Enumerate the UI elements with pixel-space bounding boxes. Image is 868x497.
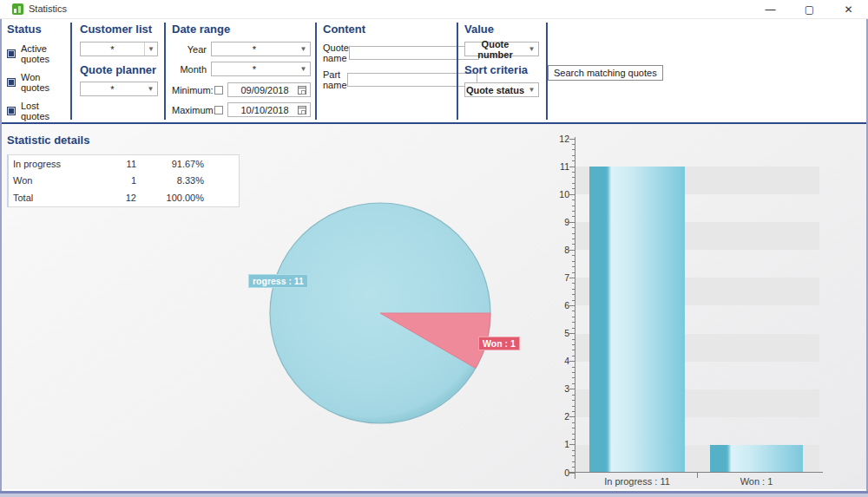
year-value: *	[212, 44, 297, 55]
y-tick-label: 9	[549, 217, 569, 227]
minimum-checkbox[interactable]	[214, 86, 223, 95]
y-axis-minor-tick	[572, 216, 575, 217]
x-label-won: Won : 1	[710, 476, 803, 487]
y-tick-label: 11	[549, 161, 569, 172]
y-axis-minor-tick	[572, 160, 575, 161]
y-axis-minor-tick	[572, 428, 575, 428]
y-axis-tick	[569, 194, 575, 195]
quote-planner-header: Quote planner	[80, 63, 158, 76]
part-name-label: Part name	[323, 69, 347, 90]
y-tick-label: 5	[549, 328, 569, 338]
chevron-down-icon[interactable]: ▼	[525, 86, 538, 94]
y-tick-label: 0	[549, 468, 569, 478]
y-tick-label: 4	[549, 356, 569, 366]
y-axis-minor-tick	[572, 244, 575, 245]
chevron-down-icon[interactable]: ▼	[525, 45, 538, 53]
chevron-down-icon[interactable]: ▼	[297, 45, 310, 53]
minimum-date-picker[interactable]: 09/09/2018	[227, 82, 311, 97]
minimize-button[interactable]: —	[751, 0, 790, 19]
month-dropdown[interactable]: * ▼	[211, 62, 311, 76]
y-axis-minor-tick	[572, 188, 575, 189]
y-axis-tick	[569, 473, 575, 474]
year-label: Year	[172, 44, 207, 55]
sort-criteria-header: Sort criteria	[464, 63, 539, 76]
chevron-down-icon[interactable]: ▼	[144, 43, 157, 56]
date-range-header: Date range	[172, 23, 311, 36]
title-bar[interactable]: Statistics — ▢ ✕	[0, 0, 868, 19]
maximum-label: Maximum:	[172, 105, 211, 115]
row-percent: 91.67%	[136, 159, 204, 169]
section-divider	[70, 23, 72, 120]
maximize-button[interactable]: ▢	[790, 0, 829, 19]
content-header: Content	[323, 23, 451, 36]
quote-planner-dropdown[interactable]: * ▼	[80, 82, 158, 96]
filter-bar: Status Active quotes Won quotes Lost quo…	[2, 19, 866, 122]
y-axis-minor-tick	[572, 328, 575, 329]
search-matching-quotes-button[interactable]: Search matching quotes	[548, 65, 663, 81]
row-label: Won	[13, 175, 100, 186]
y-axis-tick	[569, 416, 575, 417]
maximum-date-picker[interactable]: 10/10/2018	[227, 102, 311, 117]
checkbox-lost-quotes[interactable]: Lost quotes	[7, 101, 69, 121]
x-label-in-progress: In progress : 11	[589, 476, 685, 487]
row-count: 11	[100, 159, 136, 169]
y-axis-minor-tick	[572, 372, 575, 373]
content-section: Content Quote name Part name	[323, 23, 451, 90]
y-tick-label: 7	[549, 272, 569, 283]
checkbox-label: Won quotes	[21, 72, 69, 93]
chevron-down-icon[interactable]: ▼	[144, 85, 157, 93]
y-axis-tick	[569, 167, 575, 167]
statistics-window: Statistics — ▢ ✕ Status Active quotes Wo…	[0, 0, 868, 497]
y-tick-label: 2	[549, 411, 569, 422]
app-icon	[12, 3, 23, 15]
y-axis-minor-tick	[572, 149, 575, 150]
row-percent: 100.00%	[136, 193, 204, 203]
quote-planner-value: *	[81, 84, 144, 95]
sort-criteria-dropdown[interactable]: Quote status ▼	[464, 82, 539, 97]
minimum-label: Minimum:	[172, 85, 211, 95]
checkbox-label: Lost quotes	[21, 101, 69, 121]
y-axis-minor-tick	[572, 199, 575, 200]
y-tick-label: 6	[549, 300, 569, 311]
y-axis-minor-tick	[572, 255, 575, 256]
checkbox-icon[interactable]	[7, 78, 16, 87]
calendar-icon[interactable]	[298, 106, 306, 114]
status-section: Status Active quotes Won quotes Lost quo…	[7, 23, 69, 121]
checkbox-icon[interactable]	[7, 49, 16, 58]
y-tick-label: 8	[549, 245, 569, 255]
y-axis-minor-tick	[572, 467, 575, 468]
value-selected: Quote number	[465, 39, 525, 60]
date-range-section: Date range Year * ▼ Month * ▼ Minimum:	[172, 23, 311, 117]
quote-name-input[interactable]	[349, 46, 479, 60]
y-axis-minor-tick	[572, 461, 575, 462]
y-tick-label: 12	[549, 134, 569, 144]
y-axis-minor-tick	[572, 344, 575, 345]
y-axis-minor-tick	[572, 317, 575, 317]
y-axis-tick	[569, 333, 575, 334]
bar-chart-plot-area	[575, 139, 819, 473]
x-axis-tick	[697, 472, 698, 478]
row-label: In progress	[13, 159, 100, 169]
y-axis-tick	[569, 139, 575, 140]
window-title: Statistics	[29, 3, 67, 14]
customer-list-dropdown[interactable]: * ▼	[80, 42, 158, 56]
y-tick-label: 3	[549, 383, 569, 394]
checkbox-won-quotes[interactable]: Won quotes	[7, 72, 69, 93]
bar-in-progress	[589, 167, 685, 473]
pie-badge-won: Won : 1	[478, 337, 520, 350]
calendar-icon[interactable]	[298, 86, 306, 95]
statistics-panel: Statistic details In progress 11 91.67% …	[2, 124, 866, 489]
checkbox-icon[interactable]	[7, 107, 16, 115]
year-dropdown[interactable]: * ▼	[211, 42, 311, 56]
chevron-down-icon[interactable]: ▼	[297, 65, 310, 73]
quote-name-label: Quote name	[323, 43, 349, 63]
close-button[interactable]: ✕	[829, 0, 868, 19]
y-axis-minor-tick	[572, 144, 575, 145]
value-dropdown[interactable]: Quote number ▼	[464, 42, 539, 56]
window-border	[0, 491, 868, 497]
row-percent: 8.33%	[136, 175, 204, 186]
y-axis-minor-tick	[572, 261, 575, 262]
maximum-checkbox[interactable]	[214, 106, 223, 114]
y-axis-minor-tick	[572, 183, 575, 184]
checkbox-active-quotes[interactable]: Active quotes	[7, 43, 69, 64]
